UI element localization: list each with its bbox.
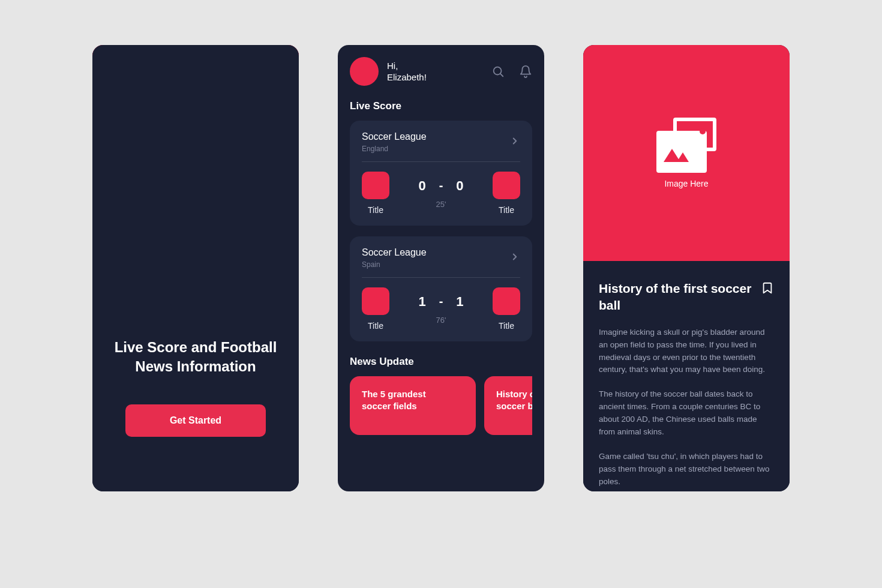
article-screen: Image Here History of the first soccer b… xyxy=(583,45,790,491)
article-body: Imagine kicking a skull or pig's bladder… xyxy=(599,326,774,488)
live-score-heading: Live Score xyxy=(350,100,532,112)
home-team: Title xyxy=(362,172,389,215)
article-hero: Image Here xyxy=(583,45,790,261)
home-header: Hi, Elizabeth! xyxy=(350,57,532,86)
bookmark-icon[interactable] xyxy=(761,280,774,298)
country-name: Spain xyxy=(362,260,509,269)
image-placeholder-icon: Image Here xyxy=(656,118,716,188)
bell-icon[interactable] xyxy=(519,65,532,78)
home-screen: Hi, Elizabeth! Live Score Soccer League … xyxy=(338,45,544,491)
search-icon[interactable] xyxy=(491,65,505,78)
match-card[interactable]: Soccer League Spain Title 1 xyxy=(350,236,532,341)
chevron-right-icon[interactable] xyxy=(509,251,520,265)
svg-line-1 xyxy=(500,74,503,77)
hero-area: Image Here xyxy=(92,45,299,333)
team-badge xyxy=(362,287,389,315)
team-badge xyxy=(493,287,520,315)
chevron-right-icon[interactable] xyxy=(509,136,520,149)
team-badge xyxy=(493,172,520,199)
onboarding-screen: Image Here Live Score and Football News … xyxy=(92,45,299,491)
article-sheet: History of the first soccer ball Imagine… xyxy=(583,261,790,491)
match-minute: 25' xyxy=(436,200,446,209)
team-badge xyxy=(362,172,389,199)
onboarding-headline: Live Score and Football News Information xyxy=(110,338,281,377)
news-carousel[interactable]: The 5 grandest soccer fields History of … xyxy=(350,376,532,435)
onboarding-panel: Live Score and Football News Information… xyxy=(92,305,299,491)
match-card[interactable]: Soccer League England Title 0 xyxy=(350,121,532,226)
avatar[interactable] xyxy=(350,57,379,86)
news-card[interactable]: History of the first soccer ball xyxy=(484,376,532,435)
away-team: Title xyxy=(493,172,520,215)
score-text: 0 - 0 xyxy=(418,178,463,194)
greeting-text: Hi, Elizabeth! xyxy=(387,60,483,83)
league-name: Soccer League xyxy=(362,131,509,142)
match-minute: 76' xyxy=(436,316,446,325)
home-team: Title xyxy=(362,287,389,331)
country-name: England xyxy=(362,145,509,153)
article-title: History of the first soccer ball xyxy=(599,280,752,314)
score-text: 1 - 1 xyxy=(418,294,463,310)
away-team: Title xyxy=(493,287,520,331)
get-started-button[interactable]: Get Started xyxy=(125,404,266,437)
league-name: Soccer League xyxy=(362,247,509,258)
news-update-heading: News Update xyxy=(350,356,532,368)
image-placeholder-label: Image Here xyxy=(664,179,708,188)
news-card[interactable]: The 5 grandest soccer fields xyxy=(350,376,476,435)
